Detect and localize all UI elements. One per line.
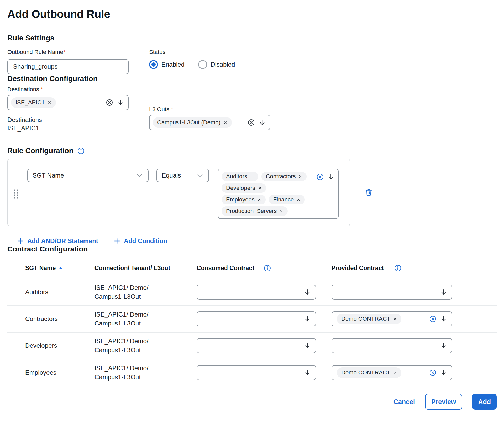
open-dropdown-arrow-icon[interactable] [440,289,447,296]
column-header-sgt-name[interactable]: SGT Name [25,265,94,272]
consumed-contract-cell [197,338,332,353]
connection-cell: ISE_APIC1/ Demo/ Campus1-L3Out [94,364,173,382]
open-dropdown-arrow-icon[interactable] [304,369,311,376]
preview-button[interactable]: Preview [425,394,463,410]
column-header-connection: Connection/ Tenant/ L3out [94,265,197,272]
clear-selection-icon[interactable] [317,173,324,180]
open-dropdown-arrow-icon[interactable] [440,342,447,349]
l3out-chip[interactable]: Campus1-L3Out (Demo) [153,117,232,128]
table-row: Employees ISE_APIC1/ Demo/ Campus1-L3Out… [7,359,497,386]
value-chip[interactable]: Finance [269,195,305,204]
clear-selection-icon[interactable] [429,315,436,322]
destination-chip[interactable]: ISE_APIC1 [11,97,56,108]
chip-remove-icon[interactable] [250,175,254,178]
info-icon[interactable] [77,147,85,154]
chip-remove-icon[interactable] [280,209,283,213]
table-row: Auditors ISE_APIC1/ Demo/ Campus1-L3Out [7,279,497,306]
clear-selection-icon[interactable] [106,99,113,106]
outbound-rule-name-field-group: Outbound Rule Name* [7,49,129,74]
value-chip-label: Developers [226,185,255,191]
value-chip[interactable]: Developers [222,183,266,193]
condition-field-value: SGT Name [33,172,64,179]
destinations-summary-label: Destinations [7,116,129,124]
status-label: Status [149,49,235,56]
sort-ascending-icon[interactable] [59,267,62,269]
status-radio-enabled[interactable]: Enabled [149,60,185,69]
value-chip[interactable]: Production_Servers [222,206,288,216]
destination-chip-label: ISE_APIC1 [15,99,45,106]
rule-configuration-actions: Add AND/OR Statement Add Condition [17,237,497,245]
add-condition-button[interactable]: Add Condition [113,237,167,245]
chip-remove-icon[interactable] [298,175,302,178]
l3outs-label: L3 Outs * [149,106,270,113]
contract-table-header: SGT Name Connection/ Tenant/ L3out Consu… [7,265,497,279]
drag-handle-icon[interactable] [12,189,20,199]
condition-operator-select[interactable]: Equals [156,169,209,182]
provided-contract-select[interactable] [332,338,452,353]
plus-icon [17,237,24,245]
multiselect-controls [429,369,447,376]
consumed-contract-select[interactable] [197,338,316,353]
add-button[interactable]: Add [472,394,497,410]
chevron-down-icon[interactable] [196,172,204,179]
outbound-rule-name-label: Outbound Rule Name* [7,49,129,56]
provided-contract-chip[interactable]: Demo CONTRACT [337,314,401,324]
status-radio-disabled[interactable]: Disabled [198,60,235,69]
value-chip[interactable]: Contractors [261,172,307,181]
value-chip[interactable]: Employees [222,195,266,204]
chip-remove-icon[interactable] [258,198,261,201]
provided-contract-select[interactable]: Demo CONTRACT [332,365,452,380]
value-chip[interactable]: Auditors [222,172,258,181]
chip-remove-icon[interactable] [297,198,300,201]
info-icon[interactable] [394,265,401,272]
value-chip-label: Production_Servers [226,208,277,215]
delete-condition-button[interactable] [365,188,373,197]
l3outs-multiselect[interactable]: Campus1-L3Out (Demo) [149,115,270,130]
status-radio-group: Enabled Disabled [149,60,235,69]
open-dropdown-arrow-icon[interactable] [440,369,447,376]
provided-contract-select[interactable] [332,285,452,300]
condition-field-select[interactable]: SGT Name [27,169,149,182]
destinations-field-group: Destinations * ISE_APIC1 Destinations IS… [7,86,129,132]
rule-configuration-heading: Rule Configuration [7,146,74,155]
add-andor-statement-button[interactable]: Add AND/OR Statement [17,237,98,245]
destinations-multiselect[interactable]: ISE_APIC1 [7,95,129,110]
open-dropdown-arrow-icon[interactable] [304,289,311,296]
rule-condition-row: SGT Name Equals Auditors Contractors Dev… [7,159,497,226]
open-dropdown-arrow-icon[interactable] [304,315,311,322]
chip-remove-icon[interactable] [223,121,227,125]
condition-values-multiselect[interactable]: Auditors Contractors Developers Employee… [218,169,339,219]
outbound-rule-name-input[interactable] [7,59,129,74]
clear-selection-icon[interactable] [429,369,436,376]
add-outbound-rule-page: Add Outbound Rule Rule Settings Outbound… [0,0,504,412]
condition-operator-value: Equals [162,172,181,179]
radio-unselected-icon[interactable] [198,60,207,69]
consumed-contract-select[interactable] [197,285,316,300]
chip-remove-icon[interactable] [48,101,51,105]
table-row: Developers ISE_APIC1/ Demo/ Campus1-L3Ou… [7,333,497,359]
status-radio-enabled-label: Enabled [161,61,185,68]
contract-table: SGT Name Connection/ Tenant/ L3out Consu… [7,265,497,386]
cancel-button[interactable]: Cancel [393,398,415,406]
chevron-down-icon[interactable] [136,172,143,179]
chip-remove-icon[interactable] [393,317,397,321]
l3outs-field-group: L3 Outs * Campus1-L3Out (Demo) [149,86,270,132]
trash-icon[interactable] [365,188,373,196]
consumed-contract-select[interactable] [197,365,316,380]
open-dropdown-arrow-icon[interactable] [259,119,266,126]
open-dropdown-arrow-icon[interactable] [440,315,447,322]
clear-selection-icon[interactable] [248,119,255,126]
sgt-name-cell: Auditors [25,288,94,296]
provided-contract-chip[interactable]: Demo CONTRACT [337,367,401,378]
chip-remove-icon[interactable] [258,186,262,190]
open-dropdown-arrow-icon[interactable] [304,342,311,349]
open-dropdown-arrow-icon[interactable] [327,173,334,180]
chip-remove-icon[interactable] [393,371,397,374]
page-title: Add Outbound Rule [7,8,497,20]
radio-selected-icon[interactable] [149,60,158,69]
open-dropdown-arrow-icon[interactable] [117,99,124,106]
status-radio-disabled-label: Disabled [211,61,235,68]
info-icon[interactable] [264,265,271,272]
provided-contract-select[interactable]: Demo CONTRACT [332,311,452,326]
consumed-contract-select[interactable] [197,311,316,326]
